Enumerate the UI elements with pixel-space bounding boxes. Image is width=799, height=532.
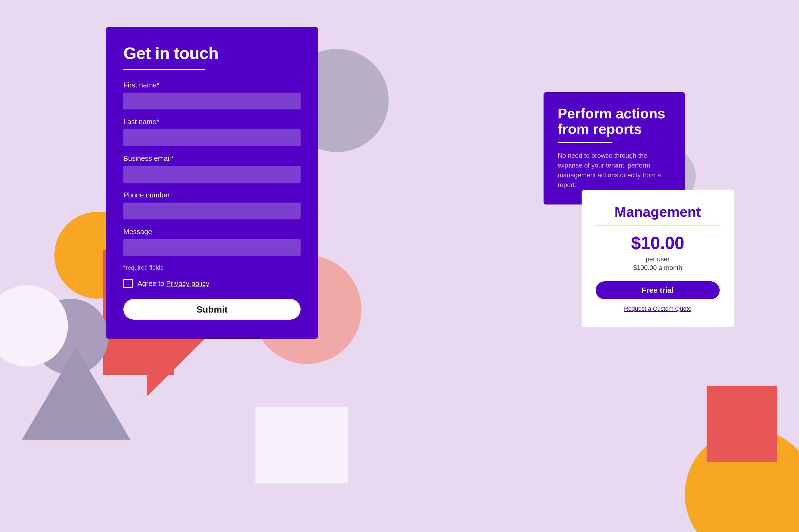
first-name-input[interactable] (123, 93, 301, 110)
last-name-field: Last name* (123, 118, 301, 146)
decorative-triangle-gray-bottom-left (22, 348, 130, 440)
privacy-checkbox[interactable] (123, 279, 133, 288)
feature-description: No need to browse through the expanse of… (558, 151, 671, 190)
business-email-label: Business email* (123, 154, 301, 163)
message-field: Message (123, 228, 301, 256)
form-title: Get in touch (123, 43, 301, 63)
form-title-divider (123, 69, 205, 70)
privacy-policy-link[interactable]: Privacy policy (166, 280, 210, 288)
message-input[interactable] (123, 239, 301, 256)
submit-button[interactable]: Submit (123, 299, 301, 320)
business-email-input[interactable] (123, 166, 301, 183)
pricing-price: $10.00 (596, 233, 720, 253)
phone-number-label: Phone number (123, 191, 301, 199)
message-label: Message (123, 228, 301, 236)
contact-form-card: Get in touch First name* Last name* Busi… (106, 27, 318, 339)
feature-divider (558, 142, 612, 143)
pricing-per-user: per user (596, 255, 720, 263)
feature-card: Perform actions from reports No need to … (544, 92, 685, 205)
first-name-label: First name* (123, 81, 301, 89)
pricing-divider (596, 225, 720, 225)
decorative-rect-white-bottom (255, 407, 348, 483)
business-email-field: Business email* (123, 154, 301, 183)
custom-quote-link[interactable]: Request a Custom Quote (596, 305, 720, 312)
privacy-checkbox-row: Agree to Privacy policy (123, 279, 301, 288)
pricing-monthly: $100.00 a month (596, 264, 720, 271)
phone-number-field: Phone number (123, 191, 301, 220)
last-name-label: Last name* (123, 118, 301, 126)
free-trial-button[interactable]: Free trial (596, 281, 720, 299)
feature-title: Perform actions from reports (558, 106, 671, 137)
required-note: *required fields (123, 264, 301, 271)
pricing-card: Management $10.00 per user $100.00 a mon… (582, 190, 734, 327)
phone-number-input[interactable] (123, 203, 301, 220)
agree-label: Agree to Privacy policy (138, 280, 209, 288)
decorative-rect-orange-bottom-right (701, 462, 799, 516)
pricing-title: Management (596, 204, 720, 220)
last-name-input[interactable] (123, 129, 301, 146)
first-name-field: First name* (123, 81, 301, 110)
